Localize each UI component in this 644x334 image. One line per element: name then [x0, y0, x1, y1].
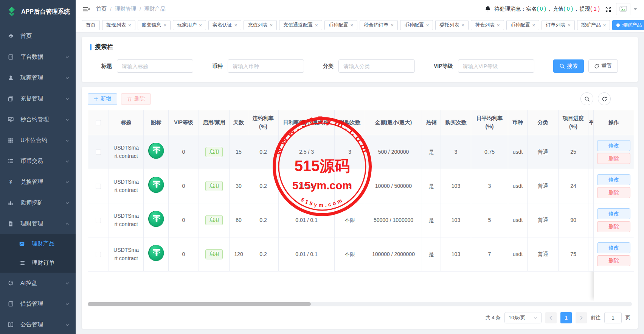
close-icon[interactable]: × [426, 23, 429, 28]
tab-5[interactable]: 充值列表× [244, 20, 277, 30]
delete-button[interactable]: 删除 [597, 221, 630, 232]
sidebar-item-wealth-order[interactable]: 理财订单 [0, 253, 76, 273]
usdt-coin-icon [147, 176, 165, 194]
prev-page-button[interactable] [545, 312, 557, 323]
batch-delete-button[interactable]: 删除 [121, 93, 151, 105]
sidebar-item-seconds-contract[interactable]: 秒合约管理 [0, 109, 76, 130]
close-icon[interactable]: × [497, 23, 500, 28]
search-button[interactable]: 搜索 [553, 59, 584, 73]
sidebar-item-platform-data[interactable]: 平台数据 [0, 47, 76, 67]
column-header: 日利率(最小/最大)% [279, 110, 335, 135]
clipped-column-header: 平 [588, 110, 594, 135]
open-book-icon [8, 322, 16, 328]
close-icon[interactable]: × [532, 23, 535, 28]
tab-9[interactable]: 币种配置× [400, 20, 433, 30]
sidebar-item-exchange-manage[interactable]: ¥兑换管理 [0, 172, 76, 192]
next-page-button[interactable] [576, 312, 587, 323]
close-icon[interactable]: × [315, 23, 318, 28]
page-size-select[interactable]: 10条/页 [504, 312, 542, 323]
sidebar-item-player-manage[interactable]: 玩家管理 [0, 67, 76, 88]
close-icon[interactable]: × [603, 23, 606, 28]
avatar[interactable] [616, 3, 630, 15]
close-icon[interactable]: × [164, 23, 167, 28]
close-icon[interactable]: × [234, 23, 237, 28]
delete-button[interactable]: 删除 [597, 187, 630, 198]
user-icon [8, 75, 16, 81]
tab-3[interactable]: 玩家用户× [173, 20, 206, 30]
coin-input[interactable] [228, 59, 304, 73]
table-search-button[interactable] [580, 92, 593, 105]
tab-4[interactable]: 实名认证× [208, 20, 242, 30]
fold-menu-icon[interactable] [82, 5, 90, 13]
delete-button[interactable]: 删除 [597, 255, 630, 266]
scrollbar-thumb[interactable] [88, 302, 311, 306]
tab-14[interactable]: 挖矿产品× [577, 20, 610, 30]
close-icon[interactable]: × [270, 23, 273, 28]
reset-button[interactable]: 重置 [588, 59, 618, 73]
tab-1[interactable]: 提现列表× [102, 20, 135, 30]
add-button[interactable]: 新增 [88, 93, 117, 105]
tab-2[interactable]: 账变信息× [138, 20, 171, 30]
sidebar-item-loan-manage[interactable]: 借贷管理 [0, 293, 76, 314]
tab-8[interactable]: 秒合约订单× [360, 20, 398, 30]
tab-13[interactable]: 订单列表× [542, 20, 575, 30]
chevron-down-icon [65, 76, 70, 80]
current-page[interactable]: 1 [560, 312, 572, 323]
goto-page-input[interactable] [604, 312, 622, 323]
cell-daily-rate: 1 / 1.5 [299, 183, 314, 189]
grid-icon [8, 137, 16, 144]
tab-10[interactable]: 委托列表× [435, 20, 469, 30]
breadcrumb-item[interactable]: 首页 [96, 6, 107, 12]
vip-level-input[interactable] [458, 59, 534, 73]
close-icon[interactable]: × [128, 23, 131, 28]
tab-15[interactable]: 理财产品× [612, 20, 644, 30]
row-checkbox[interactable] [96, 150, 101, 155]
chevron-down-icon [65, 97, 70, 101]
cell-default-rate: 0.2 [259, 183, 267, 189]
sidebar-item-ai-control[interactable]: AI控盘 [0, 273, 76, 293]
submenu-wealth-manage: 理财产品理财订单 [0, 234, 76, 273]
cell-default-rate: 0.2 [259, 217, 267, 223]
sidebar-item-staking-mining[interactable]: 质押挖矿 [0, 192, 76, 213]
fullscreen-icon[interactable] [605, 6, 611, 12]
sidebar-item-notice-manage[interactable]: 公告管理 [0, 314, 76, 334]
row-checkbox[interactable] [96, 252, 101, 257]
caret-down-icon[interactable] [633, 8, 637, 10]
horizontal-scrollbar [88, 302, 632, 306]
tab-12[interactable]: 币种配置× [506, 20, 540, 30]
close-icon[interactable]: × [351, 23, 354, 28]
chevron-up-icon [65, 222, 70, 226]
delete-button[interactable]: 删除 [597, 153, 630, 164]
sidebar-item-deposit-withdraw[interactable]: 充提管理 [0, 88, 76, 109]
close-icon[interactable]: × [568, 23, 571, 28]
tab-7[interactable]: 币种配置× [324, 20, 358, 30]
close-icon[interactable]: × [199, 23, 202, 28]
cell-days: 120 [234, 251, 243, 257]
tab-0[interactable]: 首页 [82, 20, 100, 30]
table-refresh-button[interactable] [598, 92, 611, 105]
sidebar-item-wealth-manage[interactable]: 理财管理 [0, 213, 76, 234]
bell-icon[interactable] [484, 6, 491, 12]
field-label: 标题 [101, 63, 112, 70]
sidebar-item-home[interactable]: 首页 [0, 26, 76, 47]
tab-6[interactable]: 充值通道配置× [279, 20, 322, 30]
close-icon[interactable]: × [391, 23, 394, 28]
sidebar-item-coin-trade[interactable]: 币币交易 [0, 151, 76, 172]
tab-11[interactable]: 持仓列表× [471, 20, 504, 30]
title-input[interactable] [117, 59, 193, 73]
row-checkbox[interactable] [96, 184, 101, 189]
sidebar-item-wealth-product[interactable]: 理财产品 [0, 234, 76, 253]
sidebar-item-u-contract[interactable]: U本位合约 [0, 130, 76, 151]
row-checkbox[interactable] [96, 218, 101, 223]
edit-button[interactable]: 修改 [597, 208, 630, 219]
edit-button[interactable]: 修改 [597, 174, 630, 185]
table-row: USDTSmart contract0启用1200.20.01 / 0.1不限1… [88, 237, 634, 272]
edit-button[interactable]: 修改 [597, 140, 630, 151]
usdt-coin-icon [147, 244, 165, 262]
category-input[interactable] [338, 59, 415, 73]
edit-button[interactable]: 修改 [597, 242, 630, 253]
close-icon[interactable]: × [461, 23, 464, 28]
active-tab-dot [616, 23, 620, 27]
select-all-checkbox[interactable] [96, 120, 101, 125]
cell-progress: 25 [570, 149, 576, 155]
